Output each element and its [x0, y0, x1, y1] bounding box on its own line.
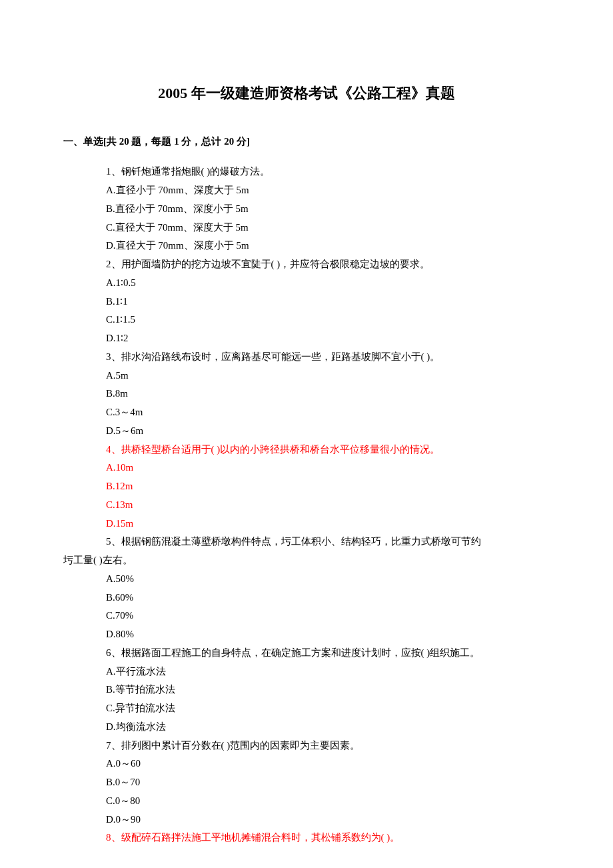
- option-c: C.13m: [63, 496, 550, 515]
- question-stem: 2、用护面墙防护的挖方边坡不宜陡于( )，并应符合极限稳定边坡的要求。: [63, 255, 550, 274]
- question-stem: 4、拱桥轻型桥台适用于( )以内的小跨径拱桥和桥台水平位移量很小的情况。: [63, 441, 550, 459]
- section-header: 一、单选[共 20 题，每题 1 分，总计 20 分]: [63, 133, 550, 151]
- question-stem: 7、排列图中累计百分数在( )范围内的因素即为主要因素。: [63, 737, 550, 755]
- question-6: 6、根据路面工程施工的自身特点，在确定施工方案和进度计划时，应按( )组织施工。…: [63, 644, 550, 737]
- option-a: A.直径小于 70mm、深度大于 5m: [63, 181, 550, 200]
- option-a: A.5m: [63, 367, 550, 385]
- question-3: 3、排水沟沿路线布设时，应离路基尽可能远一些，距路基坡脚不宜小于( )。 A.5…: [63, 348, 550, 441]
- option-a: A.平行流水法: [63, 663, 550, 681]
- option-d: D.均衡流水法: [63, 718, 550, 737]
- question-5: 5、根据钢筋混凝土薄壁桥墩构件特点，圬工体积小、结构轻巧，比重力式桥墩可节约 圬…: [63, 533, 550, 644]
- option-b: B.1∶1: [63, 293, 550, 311]
- document-title: 2005 年一级建造师资格考试《公路工程》真题: [63, 80, 550, 107]
- option-d: D.0～90: [63, 811, 550, 829]
- option-a: A.0～60: [63, 755, 550, 773]
- question-stem: 8、级配碎石路拌法施工平地机摊铺混合料时，其松铺系数约为( )。: [63, 829, 550, 847]
- option-c: C.3～4m: [63, 403, 550, 422]
- option-c: C.0～80: [63, 792, 550, 811]
- option-d: D.直径大于 70mm、深度小于 5m: [63, 237, 550, 255]
- document-page: 2005 年一级建造师资格考试《公路工程》真题 一、单选[共 20 题，每题 1…: [0, 0, 613, 868]
- option-a: A.10m: [63, 459, 550, 477]
- option-d: D.15m: [63, 515, 550, 533]
- question-stem: 5、根据钢筋混凝土薄壁桥墩构件特点，圬工体积小、结构轻巧，比重力式桥墩可节约: [63, 533, 550, 551]
- question-stem: 1、钢钎炮通常指炮眼( )的爆破方法。: [63, 163, 550, 181]
- question-1: 1、钢钎炮通常指炮眼( )的爆破方法。 A.直径小于 70mm、深度大于 5m …: [63, 163, 550, 255]
- option-b: B.0～70: [63, 773, 550, 792]
- option-c: C.直径大于 70mm、深度大于 5m: [63, 219, 550, 237]
- option-b: B.等节拍流水法: [63, 681, 550, 699]
- option-c: C.异节拍流水法: [63, 699, 550, 718]
- option-d: D.5～6m: [63, 422, 550, 441]
- option-d: D.1∶2: [63, 329, 550, 348]
- question-7: 7、排列图中累计百分数在( )范围内的因素即为主要因素。 A.0～60 B.0～…: [63, 737, 550, 829]
- option-b: B.60%: [63, 589, 550, 607]
- option-a: A.1∶0.5: [63, 274, 550, 293]
- option-b: B.直径小于 70mm、深度小于 5m: [63, 200, 550, 219]
- question-4: 4、拱桥轻型桥台适用于( )以内的小跨径拱桥和桥台水平位移量很小的情况。 A.1…: [63, 441, 550, 533]
- option-b: B.8m: [63, 385, 550, 403]
- question-stem: 3、排水沟沿路线布设时，应离路基尽可能远一些，距路基坡脚不宜小于( )。: [63, 348, 550, 367]
- option-b: B.12m: [63, 477, 550, 496]
- question-stem: 6、根据路面工程施工的自身特点，在确定施工方案和进度计划时，应按( )组织施工。: [63, 644, 550, 663]
- option-d: D.80%: [63, 625, 550, 644]
- question-2: 2、用护面墙防护的挖方边坡不宜陡于( )，并应符合极限稳定边坡的要求。 A.1∶…: [63, 255, 550, 348]
- option-a: A.50%: [63, 570, 550, 589]
- question-8: 8、级配碎石路拌法施工平地机摊铺混合料时，其松铺系数约为( )。: [63, 829, 550, 847]
- option-c: C.1∶1.5: [63, 311, 550, 329]
- question-stem-cont: 圬工量( )左右。: [63, 551, 550, 570]
- option-c: C.70%: [63, 607, 550, 625]
